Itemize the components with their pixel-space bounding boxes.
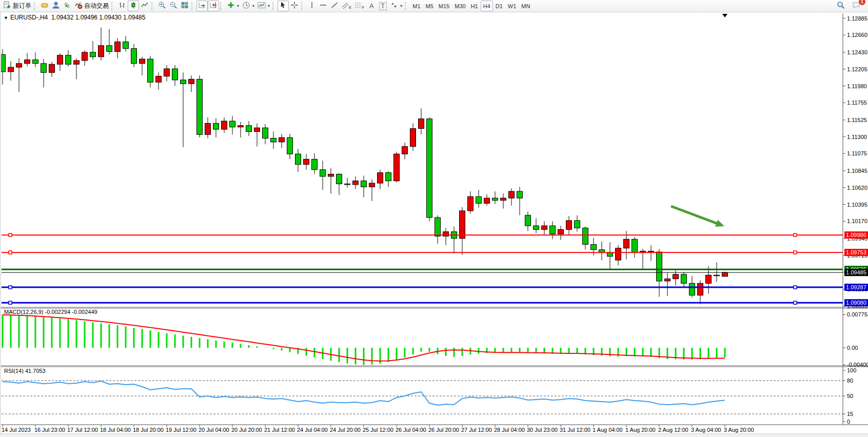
line-anchor[interactable]: [794, 301, 797, 304]
toolbar-grip: [151, 2, 154, 10]
price-tick-label: 1.11980: [847, 83, 867, 89]
autotrade-button[interactable]: 自动交易: [73, 1, 110, 11]
price-tick-label: 1.11300: [847, 134, 867, 140]
chart-shift-icon: [209, 1, 218, 11]
timeframe-w1-button[interactable]: W1: [505, 1, 519, 11]
line-anchor[interactable]: [794, 251, 797, 254]
line-chart-button[interactable]: [139, 1, 150, 11]
zoom-out-button[interactable]: [168, 1, 179, 11]
symbol-timeframe-title: EURUSD-,H4: [10, 14, 48, 21]
equidistant-channel-button[interactable]: E: [340, 1, 353, 11]
cursor-button[interactable]: [278, 1, 289, 11]
timeframe-d1-button[interactable]: D1: [493, 1, 505, 11]
rsi-tick-label: 15: [847, 411, 853, 417]
toolbar-grip: [34, 2, 37, 10]
zoom-in-button[interactable]: [156, 1, 168, 11]
candle-bearish: [534, 226, 539, 229]
trendline-button[interactable]: [329, 1, 340, 11]
candle-bullish: [57, 55, 63, 64]
bar-chart-button[interactable]: [116, 1, 128, 11]
horizontal-price-lines[interactable]: [2, 233, 843, 304]
line-anchor[interactable]: [9, 301, 12, 304]
periods-button[interactable]: ▾: [241, 1, 256, 11]
toolbar-grip: [405, 2, 408, 10]
chat-button[interactable]: 1: [851, 1, 862, 11]
candle-bearish: [263, 128, 268, 138]
chart-shift-button[interactable]: [208, 1, 219, 11]
candle-bearish: [312, 159, 318, 169]
terminal-button[interactable]: [50, 1, 62, 11]
horizontal-line-button[interactable]: [318, 1, 329, 11]
rsi-value: 41.7053: [25, 368, 46, 374]
vertical-line-icon: [308, 1, 316, 11]
indicators-button[interactable]: ▾: [225, 1, 241, 11]
signals-button[interactable]: [62, 1, 73, 11]
timeframe-h1-button[interactable]: H1: [468, 1, 481, 11]
candlesticks: [0, 28, 728, 304]
timeframe-label: H4: [482, 3, 491, 9]
candle-bearish: [517, 191, 523, 198]
time-tick-label: 3 Aug 20:00: [724, 427, 754, 433]
candle-bullish: [402, 147, 408, 154]
candle-bullish: [16, 64, 22, 67]
chart-shift-marker[interactable]: [722, 14, 727, 17]
chevron-down-icon[interactable]: ▾: [400, 4, 402, 8]
timeframe-mn-button[interactable]: MN: [519, 1, 532, 11]
vertical-line-button[interactable]: [306, 1, 318, 11]
candle-bearish: [66, 55, 71, 64]
time-scale[interactable]: 14 Jul 202316 Jul 23:0017 Jul 12:0018 Ju…: [2, 425, 754, 433]
trader-icon: [52, 1, 60, 11]
candle-bullish: [49, 64, 55, 72]
arrows-button[interactable]: ▾: [388, 1, 404, 11]
candle-bearish: [525, 215, 531, 226]
macd-tick-label: 0.007753: [847, 311, 868, 317]
candle-bearish: [681, 274, 687, 283]
time-tick-label: 30 Jul 23:00: [527, 427, 558, 433]
timeframe-m30-button[interactable]: M30: [452, 1, 468, 11]
price-badge-label: 1.09986: [846, 232, 866, 238]
chevron-down-icon[interactable]: ▾: [237, 4, 239, 8]
candle-bullish: [378, 173, 383, 183]
timeframe-label: M15: [438, 3, 450, 9]
timeframe-m1-button[interactable]: M1: [410, 1, 423, 11]
candle-bullish: [624, 239, 629, 248]
trend-arrow-annotation[interactable]: [671, 206, 724, 227]
market-watch-button[interactable]: [39, 1, 50, 11]
line-anchor[interactable]: [9, 251, 12, 254]
candle-bullish: [410, 129, 416, 147]
timeframe-h4-button[interactable]: H4: [481, 1, 493, 11]
search-button[interactable]: [835, 1, 846, 11]
templates-button[interactable]: ▾: [256, 1, 271, 11]
expand-panel-icon[interactable]: ▼: [4, 15, 8, 21]
line-anchor[interactable]: [794, 233, 797, 236]
candlestick-chart-button[interactable]: [128, 1, 139, 11]
ohlc-values: 1.09432 1.09496 1.09430 1.09485: [51, 14, 146, 21]
chart-canvas[interactable]: 1.128851.126601.124301.122051.119801.117…: [0, 0, 868, 437]
chevron-down-icon[interactable]: ▾: [268, 4, 270, 8]
crosshair-button[interactable]: [289, 1, 300, 11]
line-anchor[interactable]: [794, 286, 797, 289]
candle-bearish: [33, 60, 38, 64]
candle-bearish: [320, 170, 326, 176]
chevron-down-icon[interactable]: ▾: [252, 4, 254, 8]
tile-windows-button[interactable]: [179, 1, 190, 11]
time-tick-label: 26 Jul 20:00: [428, 427, 459, 433]
new-order-label: 新订单: [13, 2, 31, 10]
price-scale[interactable]: 1.128851.126601.124301.122051.119801.117…: [843, 15, 868, 425]
time-tick-label: 26 Jul 04:00: [396, 427, 426, 433]
fibonacci-button[interactable]: F: [353, 1, 366, 11]
candle-bearish: [361, 181, 367, 187]
text-label-button[interactable]: T: [377, 1, 388, 11]
line-anchor[interactable]: [9, 233, 12, 236]
arrow-shaft[interactable]: [671, 206, 718, 224]
text-button[interactable]: A: [366, 1, 377, 11]
candle-bullish: [25, 60, 30, 64]
candle-bullish: [419, 119, 424, 129]
new-order-button[interactable]: 新订单: [2, 1, 33, 11]
candle-bullish: [328, 174, 334, 176]
timeframe-m15-button[interactable]: M15: [436, 1, 452, 11]
line-anchor[interactable]: [9, 286, 12, 289]
clock-icon: [242, 1, 250, 11]
timeframe-m5-button[interactable]: M5: [423, 1, 436, 11]
auto-scroll-button[interactable]: [196, 1, 208, 11]
